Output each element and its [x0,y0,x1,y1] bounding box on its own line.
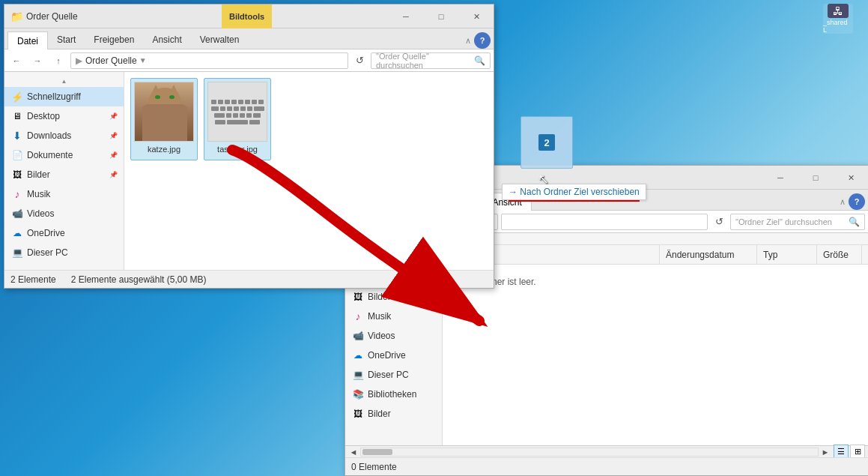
status-bar-1: 2 Elemente 2 Elemente ausgewählt (5,00 M… [4,270,494,288]
keyboard-image [207,82,267,142]
title-bar-1: 📁 Order Quelle Bildtools ─ □ ✕ [4,4,494,28]
status-selected-1: 2 Elemente ausgewählt (5,00 MB) [71,274,207,285]
minimize-button-1[interactable]: ─ [389,4,423,28]
col-date[interactable]: Änderungsdatum [660,245,757,264]
sidebar-item-musik[interactable]: ♪ Musik [4,184,124,204]
status-count-1: 2 Elemente [10,274,56,285]
sidebar2-item-videos[interactable]: 📹 Videos [345,326,442,346]
address-path-2[interactable] [501,214,708,230]
sidebar2-item-bibliotheken[interactable]: 📚 Bibliotheken [345,385,442,404]
col-type[interactable]: Typ [757,245,817,264]
pin-icon-downloads: 📌 [109,132,118,139]
bibliotheken-icon-2: 📚 [351,388,365,401]
file-area-2: ▲ Name Änderungsdatum Typ Größe Dieser [443,233,868,445]
dieser-pc-icon: 💻 [10,246,24,259]
search-box-1[interactable]: "Order Quelle" durchsuchen 🔍 [371,52,491,69]
maximize-button-1[interactable]: □ [424,4,458,28]
tab-verwalten-1[interactable]: Verwalten [191,31,249,49]
sidebar2-item-dieser-pc[interactable]: 💻 Dieser PC [345,365,442,385]
minimize-button-2[interactable]: ─ [763,166,798,190]
cat-image [135,82,193,142]
pin-icon-dokumente: 📌 [109,151,118,159]
file-thumbnail-tastatur [207,82,267,142]
tab-datei-1[interactable]: Datei [7,31,48,49]
search-box-2b[interactable]: "Ordner Ziel" durchsuchen 🔍 [730,214,865,230]
file-area-1: katze.jpg [124,72,494,270]
ribbon-tabs-1: Datei Start Freigeben Ansicht Verwalten … [4,28,494,49]
sidebar-1: ▲ ⚡ Schnellzugriff 🖥 Desktop 📌 ⬇ Downloa… [4,72,124,270]
desktop-icon: 🖥 [10,109,24,123]
videos-icon-2: 📹 [351,329,365,343]
sidebar-item-dokumente[interactable]: 📄 Dokumente 📌 [4,145,124,165]
move-tooltip: → Nach Ordner Ziel verschieben [502,184,646,200]
up-button-1[interactable]: ↑ [49,52,67,70]
videos-icon: 📹 [10,207,24,220]
sidebar-scroll-up-1[interactable]: ▲ [4,75,124,87]
sidebar-item-videos[interactable]: 📹 Videos [4,204,124,223]
tab-freigeben-1[interactable]: Freigeben [85,31,143,49]
drag-preview: 2 [521,116,573,169]
file-name-katze: katze.jpg [134,145,194,154]
help-button-1[interactable]: ? [474,32,491,49]
dieser-pc-icon-2: 💻 [351,368,365,382]
address-bar-1: ← → ↑ ▶ Order Quelle ▼ ↺ "Order Quelle" … [4,49,494,72]
refresh-button-2[interactable]: ↺ [711,214,727,230]
scrollbar-track-2[interactable] [360,448,819,457]
sidebar-item-schnellzugriff[interactable]: ⚡ Schnellzugriff [4,87,124,106]
status-count-2: 0 Elemente [351,462,397,472]
close-button-2[interactable]: ✕ [834,166,868,190]
column-headers-2: Name Änderungsdatum Typ Größe [443,245,868,265]
sidebar2-item-onedrive[interactable]: ☁ OneDrive [345,346,442,365]
scrollbar-horizontal-2[interactable]: ◄ ► ☰ ⊞ [345,445,868,457]
file-thumbnail-katze [134,82,194,142]
musik-icon: ♪ [10,187,24,201]
scrollbar-thumb-2[interactable] [362,449,392,455]
file-item-katze[interactable]: katze.jpg [130,78,198,160]
maximize-button-2[interactable]: □ [798,166,833,190]
sidebar-item-onedrive[interactable]: ☁ OneDrive [4,223,124,243]
file-item-tastatur[interactable]: tastatur.jpg [204,78,271,160]
bilder-icon-2: 🖼 [351,290,365,304]
downloads-icon: ⬇ [10,129,24,142]
help-button-2[interactable]: ? [849,193,865,210]
scroll-left-btn[interactable]: ◄ [347,445,360,459]
pin-icon-2-bilder: 📌 [428,293,436,301]
status-bar-2: 0 Elemente [345,457,868,475]
sidebar-item-desktop[interactable]: 🖥 Desktop 📌 [4,106,124,126]
tab-ansicht-1[interactable]: Ansicht [143,31,190,49]
scroll-right-btn[interactable]: ► [819,445,832,459]
sidebar2-item-bilder[interactable]: 🖼 Bilder 📌 [345,287,442,307]
sidebar-item-downloads[interactable]: ⬇ Downloads 📌 [4,126,124,145]
pin-icon-bilder: 📌 [109,171,118,178]
title-bar-controls-2: ─ □ ✕ [763,166,868,189]
tooltip-underline [509,200,640,202]
content-area-1: ▲ ⚡ Schnellzugriff 🖥 Desktop 📌 ⬇ Downloa… [4,72,494,270]
sidebar-item-dieser-pc[interactable]: 💻 Dieser PC [4,243,124,262]
back-button-1[interactable]: ← [7,52,25,70]
window1-source: 📁 Order Quelle Bildtools ─ □ ✕ Datei Sta… [4,4,494,289]
sidebar2-item-bilder2[interactable]: 🖼 Bilder [345,404,442,424]
bildtools-tab[interactable]: Bildtools [222,4,272,28]
bilder-icon: 🖼 [10,168,24,181]
address-path-1[interactable]: ▶ Order Quelle ▼ [70,52,348,69]
sidebar2-item-musik[interactable]: ♪ Musik [345,307,442,326]
dokumente-icon: 📄 [10,148,24,162]
drag-count-badge: 2 [538,134,555,151]
title-bar-controls-1: ─ □ ✕ [389,4,494,28]
systray-icon: 🖧 _shared L [823,4,853,34]
forward-button-1[interactable]: → [28,52,46,70]
col-size[interactable]: Größe [817,245,862,264]
onedrive-icon: ☁ [10,226,24,240]
onedrive-icon-2: ☁ [351,349,365,362]
empty-folder-message: Dieser Ordner ist leer. [443,265,868,445]
file-name-tastatur: tastatur.jpg [207,145,267,154]
musik-icon-2: ♪ [351,310,365,323]
quick-access-icon: ⚡ [10,90,24,103]
close-button-1[interactable]: ✕ [459,4,494,28]
bilder2-icon-2: 🖼 [351,407,365,421]
refresh-button-1[interactable]: ↺ [351,52,368,69]
tab-start-1[interactable]: Start [48,31,85,49]
sidebar-item-bilder[interactable]: 🖼 Bilder 📌 [4,165,124,184]
pin-icon-desktop: 📌 [109,112,118,120]
